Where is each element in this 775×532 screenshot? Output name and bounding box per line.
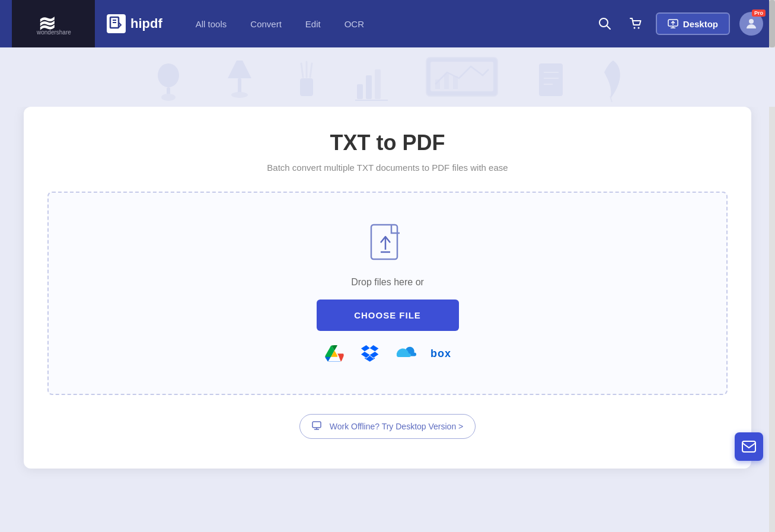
scrollbar-thumb[interactable] [769, 0, 775, 47]
upload-icon-wrap [369, 222, 407, 265]
main-container: TXT to PDF Batch convert multiple TXT do… [0, 107, 775, 492]
svg-rect-19 [238, 78, 241, 93]
box-logo-text: box [430, 348, 451, 360]
nav-links: All tools Convert Edit OCR [186, 14, 594, 34]
nav-ocr[interactable]: OCR [335, 14, 374, 34]
svg-rect-45 [742, 441, 755, 452]
svg-rect-33 [453, 76, 458, 89]
svg-point-20 [231, 92, 248, 98]
bar-chart-deco-icon [355, 63, 388, 102]
onedrive-icon [395, 345, 416, 362]
svg-point-14 [749, 19, 754, 24]
cloud-icons-row: box [324, 343, 452, 364]
drop-text: Drop files here or [351, 277, 424, 288]
document-deco-icon [536, 60, 566, 102]
svg-rect-25 [357, 84, 363, 99]
box-button[interactable]: box [430, 343, 452, 364]
desktop-offline-link[interactable]: Work Offline? Try Desktop Version > [299, 414, 476, 439]
main-card: TXT to PDF Batch convert multiple TXT do… [24, 107, 751, 469]
desktop-button-label: Desktop [683, 19, 718, 29]
svg-point-8 [633, 27, 635, 29]
svg-rect-32 [444, 74, 449, 89]
onedrive-button[interactable] [395, 343, 416, 364]
svg-rect-39 [371, 225, 397, 259]
upload-file-icon [369, 222, 407, 265]
floating-mail-button[interactable] [735, 432, 763, 461]
mail-icon [742, 441, 756, 453]
desktop-link-wrap: Work Offline? Try Desktop Version > [47, 414, 728, 439]
google-drive-icon [325, 345, 344, 362]
decorative-banner [0, 47, 775, 107]
svg-rect-42 [312, 422, 321, 428]
pro-badge: Pro [752, 9, 766, 17]
svg-line-7 [607, 26, 610, 29]
svg-marker-18 [228, 60, 251, 78]
wondershare-logo-icon: ≋ wondershare [36, 12, 71, 36]
svg-rect-26 [366, 75, 372, 99]
dropzone[interactable]: Drop files here or CHOOSE FILE [47, 192, 728, 395]
user-icon [744, 17, 758, 31]
nav-edit[interactable]: Edit [296, 14, 330, 34]
choose-file-button[interactable]: CHOOSE FILE [317, 300, 459, 331]
dropbox-icon [361, 345, 379, 362]
dropbox-button[interactable] [359, 343, 381, 364]
nav-all-tools[interactable]: All tools [186, 14, 237, 34]
cart-button[interactable] [625, 13, 646, 34]
search-icon [598, 17, 611, 30]
lamp-deco-icon [222, 55, 257, 102]
svg-text:wondershare: wondershare [36, 29, 71, 36]
google-drive-button[interactable] [324, 343, 345, 364]
user-avatar-wrap[interactable]: Pro [739, 12, 763, 36]
nav-actions: Desktop Pro [594, 12, 763, 36]
page-title: TXT to PDF [47, 130, 728, 155]
desktop-link-text: Work Offline? Try Desktop Version > [330, 422, 464, 431]
svg-point-9 [637, 27, 639, 29]
quill-deco-icon [601, 58, 625, 102]
deco-icons-row [151, 55, 625, 102]
svg-rect-27 [375, 69, 381, 99]
monitor-deco-icon [423, 55, 500, 102]
nav-convert[interactable]: Convert [241, 14, 291, 34]
page-subtitle: Batch convert multiple TXT documents to … [47, 163, 728, 173]
desktop-button[interactable]: Desktop [656, 12, 730, 35]
wondershare-brand: ≋ wondershare [12, 0, 95, 47]
hipdf-logo-icon [107, 14, 126, 33]
svg-point-17 [161, 94, 176, 101]
svg-rect-34 [539, 63, 563, 96]
svg-rect-21 [300, 78, 313, 96]
pen-cup-deco-icon [293, 60, 320, 102]
svg-rect-31 [435, 79, 440, 89]
svg-line-24 [310, 63, 312, 77]
svg-point-15 [158, 63, 179, 87]
svg-line-22 [301, 63, 303, 77]
desktop-download-icon [312, 420, 324, 432]
search-button[interactable] [594, 13, 615, 34]
navbar: ≋ wondershare hipdf All tools Convert Ed… [0, 0, 775, 47]
desktop-icon [668, 18, 678, 29]
hipdf-logo[interactable]: hipdf [107, 14, 162, 33]
cart-icon [629, 17, 642, 30]
hipdf-name: hipdf [130, 16, 162, 31]
plant-deco-icon [151, 55, 186, 102]
